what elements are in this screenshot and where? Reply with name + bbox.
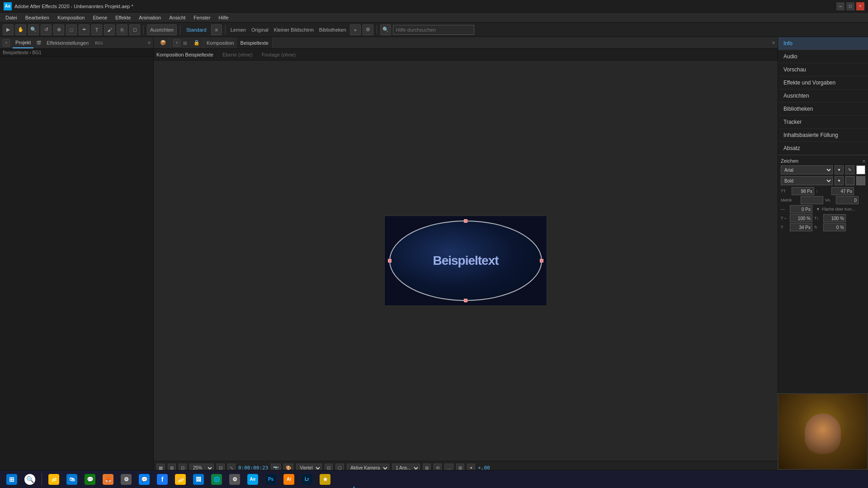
expand-toolbar-btn[interactable]: » (350, 24, 361, 35)
font-style-row: Bold ▼ (781, 176, 865, 185)
font-color-swatch[interactable] (856, 165, 865, 174)
small-screen-label[interactable]: Kleiner Bildschirm (272, 27, 316, 33)
taskbar-firefox-btn[interactable]: 🦊 (100, 471, 116, 488)
tool-pen[interactable]: ✒ (79, 24, 90, 35)
right-panel-item-info[interactable]: Info (778, 37, 868, 50)
help-search-input[interactable] (393, 25, 474, 35)
tool-select[interactable]: ▶ (3, 24, 14, 35)
comp-panel-menu[interactable]: ≡ (772, 40, 775, 45)
kerning-input[interactable] (801, 196, 823, 204)
zeichen-menu-icon[interactable]: ≡ (863, 159, 865, 164)
search-btn[interactable]: 🔍 (380, 24, 391, 35)
fill-color-swatch2[interactable] (856, 176, 865, 185)
right-panel-item-tracker[interactable]: Tracker (778, 116, 868, 129)
face-shape (805, 413, 841, 450)
right-panel-item-ausrichten[interactable]: Ausrichten (778, 89, 868, 103)
handle-right[interactable] (540, 259, 543, 263)
viewer-tab-ebene[interactable]: Ebene (ohne) (222, 52, 253, 57)
taskbar-store-btn[interactable]: 🛍 (64, 471, 80, 488)
taskbar-ai-btn[interactable]: Ai (281, 471, 297, 488)
right-panel-item-bibliotheken[interactable]: Bibliotheken (778, 103, 868, 116)
menu-fenster[interactable]: Fenster (190, 14, 214, 21)
tool-text[interactable]: T (91, 24, 102, 35)
menu-effekte[interactable]: Effekte (112, 14, 134, 21)
menu-ansicht[interactable]: Ansicht (165, 14, 189, 21)
tool-hand[interactable]: ✋ (15, 24, 26, 35)
close-left-panel-btn[interactable]: × (3, 39, 10, 47)
libraries-label[interactable]: Bibliotheken (317, 27, 348, 33)
stroke-width-input[interactable] (790, 205, 812, 213)
scale-h-input[interactable] (790, 214, 812, 222)
taskbar-explorer-btn[interactable]: 📂 (172, 471, 189, 488)
breadcrumb: Beispieltexte › BG1 (0, 49, 153, 57)
left-panel-menu-icon[interactable]: ≡ (148, 40, 151, 45)
minimize-button[interactable]: – (836, 2, 844, 10)
close-button[interactable]: × (856, 2, 864, 10)
menu-animation[interactable]: Animation (135, 14, 165, 21)
taskbar-app1-btn[interactable]: ⚙ (118, 471, 134, 488)
tracking-input[interactable] (836, 196, 859, 204)
right-panel-item-effekte[interactable]: Effekte und Vorgaben (778, 76, 868, 89)
font-style-menu-btn[interactable]: ▼ (835, 176, 844, 185)
menu-bearbeiten[interactable]: Bearbeiten (22, 14, 53, 21)
right-panel-item-absatz[interactable]: Absatz (778, 142, 868, 155)
font-select[interactable]: Arial (781, 165, 833, 174)
comp-tab-beispieltexte[interactable]: Beispieltexte (237, 37, 273, 48)
tool-anchor[interactable]: ⊕ (53, 24, 64, 35)
tab-effekteinstellungen[interactable]: Effekteinstellungen (44, 37, 91, 48)
original-label[interactable]: Original (250, 27, 270, 33)
taskbar-browser-btn[interactable]: 🌐 (208, 471, 225, 488)
taskbar-whatsapp-btn[interactable]: 💬 (82, 471, 98, 488)
font-style-select[interactable]: Bold (781, 176, 833, 185)
tool-zoom[interactable]: 🔍 (28, 24, 39, 35)
baseline-input[interactable] (790, 223, 812, 231)
right-panel-item-inhaltsbasierte[interactable]: Inhaltsbasierte Füllung (778, 129, 868, 142)
toolbar-settings-btn[interactable]: ⚙ (363, 24, 373, 35)
workspace-menu-btn[interactable]: ≡ (211, 24, 222, 35)
taskbar-messenger-btn[interactable]: 💬 (136, 471, 152, 488)
menu-hilfe[interactable]: Hilfe (215, 14, 232, 21)
maximize-button[interactable]: □ (846, 2, 854, 10)
handle-left[interactable] (388, 259, 392, 263)
taskbar-facebook-btn[interactable]: f (154, 471, 170, 488)
tool-rect[interactable]: □ (66, 24, 77, 35)
right-panel-item-audio[interactable]: Audio (778, 50, 868, 63)
tool-eraser[interactable]: ◻ (129, 24, 140, 35)
zeichen-title: Zeichen (781, 158, 798, 164)
taskbar-ps-btn[interactable]: Ps (263, 471, 279, 488)
font-size-input[interactable] (792, 187, 814, 195)
rotate-input[interactable] (823, 223, 846, 231)
font-style-icon[interactable]: ▼ (835, 165, 844, 174)
scale-v-input[interactable] (823, 214, 846, 222)
taskbar-photos-btn[interactable]: 🖼 (190, 471, 207, 488)
leading-input[interactable] (831, 187, 854, 195)
comp-text: Beispieltext (433, 253, 498, 268)
tool-brush[interactable]: 🖌 (104, 24, 115, 35)
close-comp-tab-btn[interactable]: × (173, 39, 180, 47)
learn-label[interactable]: Lernen (229, 27, 248, 33)
taskbar-ae-btn[interactable]: Ae (245, 471, 261, 488)
taskbar-search-btn[interactable]: 🔍 (22, 471, 38, 488)
app1-icon: ⚙ (121, 474, 132, 485)
viewer-tab-komposition[interactable]: Komposition Beispieltexte (156, 52, 213, 57)
menu-datei[interactable]: Datei (2, 14, 21, 21)
tool-align[interactable]: Ausrichten (147, 24, 177, 35)
taskbar-lr-btn[interactable]: Lr (299, 471, 315, 488)
tab-projekt[interactable]: Projekt (13, 37, 33, 48)
taskbar-files-btn[interactable]: 📁 (46, 471, 62, 488)
handle-top[interactable] (464, 219, 467, 223)
workspace-label[interactable]: Standard (184, 27, 209, 33)
kerning-row: Metrik VA (781, 196, 865, 204)
taskbar-app2-btn[interactable]: ⚙ (226, 471, 243, 488)
menu-komposition[interactable]: Komposition (54, 14, 89, 21)
stroke-color-swatch[interactable] (845, 176, 854, 185)
viewer-tab-footage[interactable]: Footage (ohne) (262, 52, 296, 57)
font-edit-icon[interactable]: ✎ (845, 165, 854, 174)
tool-rotate[interactable]: ↺ (41, 24, 52, 35)
taskbar-app3-btn[interactable]: ★ (317, 471, 333, 488)
taskbar-start-btn[interactable]: ⊞ (4, 471, 20, 488)
right-panel-item-vorschau[interactable]: Vorschau (778, 63, 868, 76)
menu-ebene[interactable]: Ebene (89, 14, 111, 21)
handle-bottom[interactable] (464, 299, 467, 302)
tool-stamp[interactable]: ⎘ (117, 24, 127, 35)
